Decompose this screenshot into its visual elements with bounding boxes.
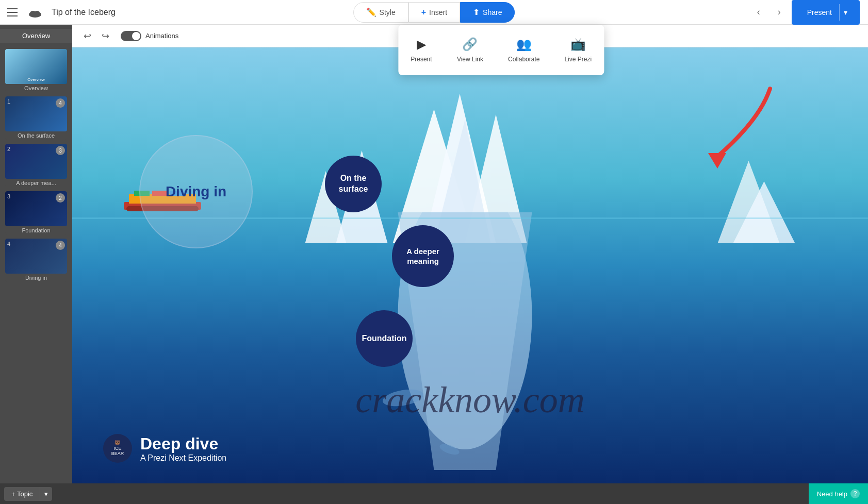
share-present-label: Present — [411, 56, 432, 63]
share-collaborate-item[interactable]: 👥 Collaborate — [496, 29, 552, 71]
present-button[interactable]: Present ▾ — [792, 0, 860, 25]
insert-icon: + — [421, 8, 426, 17]
slide-label-foundation: Foundation — [5, 226, 67, 234]
sidebar: Overview Overview Overview 1 4 On the su… — [0, 25, 72, 483]
insert-button[interactable]: + Insert — [408, 2, 460, 23]
slide-label-diving: Diving in — [5, 274, 67, 282]
animations-label: Animations — [145, 32, 178, 40]
toggle-knob — [132, 32, 140, 40]
slide-label-surface: On the surface — [5, 131, 67, 140]
canvas-area: Diving in On the surface A deeper meanin… — [72, 47, 868, 483]
toolbar-center: ✏️ Style + Insert ⬆ Share — [353, 2, 515, 23]
collaborate-icon: 👥 — [516, 37, 532, 52]
slide-label-overview: Overview — [5, 84, 67, 92]
share-button[interactable]: ⬆ Share — [460, 2, 515, 23]
deeper-meaning-circle[interactable]: A deeper meaning — [392, 225, 454, 287]
share-liveprezi-item[interactable]: 📺 Live Prezi — [552, 29, 604, 71]
sidebar-item-foundation[interactable]: 3 2 Foundation — [5, 191, 67, 234]
slide-num-2: 2 — [7, 146, 10, 152]
top-bar: Tip of the Iceberg ✏️ Style + Insert ⬆ S… — [0, 0, 868, 25]
undo-button[interactable]: ↩ — [80, 28, 94, 44]
deep-dive-logo: 🐻ICEBEAR — [103, 434, 132, 463]
share-viewlink-label: View Link — [457, 56, 483, 63]
share-collaborate-label: Collaborate — [508, 56, 539, 63]
logo-text: 🐻ICEBEAR — [109, 438, 126, 459]
need-help-icon: ? — [850, 489, 860, 498]
present-label[interactable]: Present — [800, 4, 839, 21]
toggle-switch[interactable] — [121, 31, 141, 41]
topbar-right: ‹ › Present ▾ — [750, 0, 868, 25]
svg-rect-1 — [7, 12, 18, 13]
slide-badge-1: 4 — [56, 98, 65, 108]
slide-thumb-diving: 4 4 — [5, 239, 67, 274]
topic-button[interactable]: + Topic ▾ — [4, 487, 52, 501]
slide-num-1: 1 — [7, 98, 10, 105]
diving-circle[interactable]: Diving in — [139, 135, 253, 248]
foundation-circle[interactable]: Foundation — [356, 310, 413, 367]
prezi-canvas: Diving in On the surface A deeper meanin… — [72, 47, 868, 483]
share-dropdown: ▶ Present 🔗 View Link 👥 Collaborate 📺 Li… — [398, 25, 604, 75]
need-help-button[interactable]: Need help ? — [809, 483, 868, 504]
liveprezi-icon: 📺 — [570, 37, 586, 52]
present-icon: ▶ — [417, 37, 426, 52]
nav-next-button[interactable]: › — [771, 4, 788, 21]
slide-thumb-overview: Overview — [5, 49, 67, 84]
svg-rect-2 — [7, 15, 18, 16]
sidebar-item-surface[interactable]: 1 4 On the surface — [5, 96, 67, 140]
sidebar-item-deeper[interactable]: 2 3 A deeper mea... — [5, 144, 67, 187]
svg-point-5 — [35, 11, 40, 15]
cloud-icon[interactable] — [25, 2, 45, 23]
redo-button[interactable]: ↪ — [99, 28, 112, 44]
slide-label-deeper: A deeper mea... — [5, 179, 67, 187]
slide-badge-2: 3 — [56, 146, 65, 155]
link-icon: 🔗 — [462, 37, 478, 52]
bottom-bar: + Topic ▾ — [0, 483, 868, 504]
deep-dive-box: 🐻ICEBEAR Deep dive A Prezi Next Expediti… — [103, 434, 226, 463]
diving-in-label: Diving in — [166, 183, 226, 200]
share-viewlink-item[interactable]: 🔗 View Link — [445, 29, 496, 71]
menu-icon[interactable] — [0, 0, 25, 25]
style-icon: ✏️ — [366, 7, 376, 17]
deep-dive-subtitle: A Prezi Next Expedition — [140, 453, 226, 463]
share-liveprezi-label: Live Prezi — [564, 56, 592, 63]
on-the-surface-circle[interactable]: On the surface — [325, 156, 382, 212]
slide-num-4: 4 — [7, 241, 10, 247]
need-help-label: Need help — [817, 490, 847, 498]
topic-label[interactable]: + Topic — [4, 487, 40, 501]
animations-toggle[interactable]: Animations — [121, 31, 178, 41]
slide-badge-4: 4 — [56, 241, 65, 250]
slide-badge-3: 2 — [56, 193, 65, 203]
overview-tab[interactable]: Overview — [0, 29, 72, 43]
topic-dropdown-arrow[interactable]: ▾ — [40, 487, 52, 501]
share-present-item[interactable]: ▶ Present — [398, 29, 445, 71]
share-icon: ⬆ — [473, 7, 480, 17]
slide-thumb-foundation: 3 2 — [5, 191, 67, 226]
slide-thumb-deeper: 2 3 — [5, 144, 67, 179]
sidebar-item-diving[interactable]: 4 4 Diving in — [5, 239, 67, 282]
slide-num-3: 3 — [7, 193, 10, 199]
deep-dive-text: Deep dive A Prezi Next Expedition — [140, 434, 226, 463]
sidebar-item-overview[interactable]: Overview Overview — [5, 49, 67, 92]
deep-dive-title: Deep dive — [140, 434, 226, 453]
nav-prev-button[interactable]: ‹ — [750, 4, 767, 21]
slide-thumb-surface: 1 4 — [5, 96, 67, 131]
present-dropdown-arrow[interactable]: ▾ — [839, 4, 851, 21]
svg-rect-0 — [7, 8, 18, 9]
style-button[interactable]: ✏️ Style — [353, 2, 408, 23]
